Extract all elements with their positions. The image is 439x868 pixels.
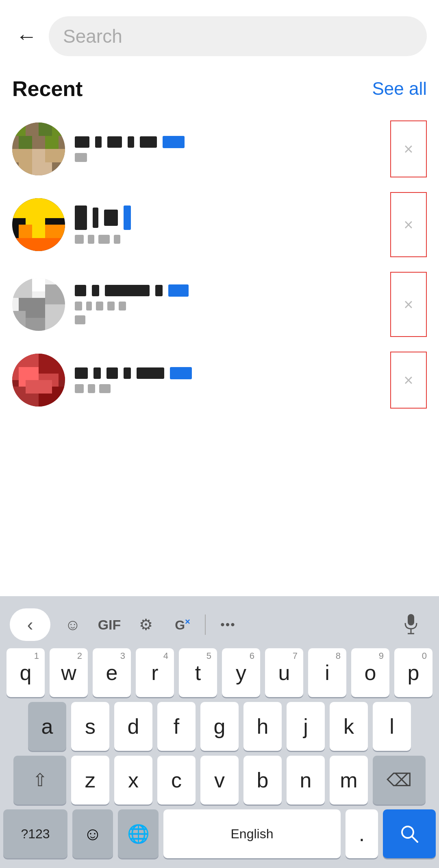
redacted-gray [96,302,103,310]
close-column-3: × [390,272,427,337]
key-label: m [340,770,357,791]
keyboard-back-button[interactable]: ‹ [10,608,50,641]
contact-row[interactable]: × [12,185,427,265]
key-s[interactable]: s [71,702,109,751]
contact-row[interactable]: × [12,265,427,344]
key-label: k [343,716,354,737]
key-label: t [195,662,201,683]
close-icon[interactable]: × [404,216,413,234]
emoji-icon: ☺ [84,824,102,844]
contact-row[interactable]: × [12,113,427,185]
num-label: ?123 [21,827,50,840]
keyboard-bottom-row: ?123 ☺ 🌐 English . [0,809,439,868]
emoji-toolbar-button[interactable]: ☺ [54,608,91,641]
delete-key[interactable]: ⌫ [373,756,426,805]
key-r[interactable]: 4 r [136,648,174,697]
shift-key[interactable]: ⇧ [13,756,66,805]
redacted-blue-text [170,367,192,379]
key-q[interactable]: 1 q [7,648,45,697]
contact-name-row [75,284,380,297]
key-n[interactable]: n [287,756,325,805]
key-label: e [106,662,118,683]
key-i[interactable]: 8 i [308,648,346,697]
key-f[interactable]: f [157,702,196,751]
redacted-text [93,367,101,379]
close-icon[interactable]: × [404,295,413,314]
key-label: s [85,716,96,737]
translate-toolbar-button[interactable]: G× [164,608,201,641]
svg-rect-10 [45,149,65,162]
settings-toolbar-button[interactable]: ⚙ [128,608,164,641]
translate-icon: G× [175,617,190,633]
svg-rect-4 [52,122,65,136]
avatar [12,278,65,331]
key-x[interactable]: x [114,756,152,805]
gif-toolbar-button[interactable]: GIF [91,608,128,641]
key-number: 5 [206,652,211,660]
svg-rect-11 [19,162,32,176]
key-y[interactable]: 6 y [222,648,260,697]
more-toolbar-button[interactable]: ••• [210,608,246,641]
contact-row[interactable]: × [12,344,427,416]
avatar [12,122,65,175]
redacted-gray [114,235,120,244]
key-label: w [61,662,76,683]
key-a[interactable]: a [28,702,66,751]
svg-rect-16 [12,198,19,205]
key-o[interactable]: 9 o [351,648,389,697]
period-key[interactable]: . [346,809,378,858]
redacted-gray [119,302,126,310]
close-icon[interactable]: × [404,140,413,158]
key-t[interactable]: 5 t [179,648,217,697]
contact-subtext [75,153,380,162]
key-label: a [41,716,53,737]
key-w[interactable]: 2 w [50,648,88,697]
redacted-blue-text [124,206,131,230]
keyboard-toolbar: ‹ ☺ GIF ⚙ G× ••• [0,604,439,648]
search-enter-icon [399,823,420,844]
key-e[interactable]: 3 e [93,648,131,697]
key-label: h [257,716,269,737]
redacted-gray [75,384,84,393]
key-p[interactable]: 0 p [394,648,432,697]
close-icon[interactable]: × [404,371,413,389]
svg-rect-9 [32,149,46,162]
key-label: c [171,770,182,791]
contact-name-row [75,136,380,148]
key-z[interactable]: z [71,756,109,805]
num-key[interactable]: ?123 [3,809,67,858]
key-c[interactable]: c [157,756,196,805]
key-label: l [389,716,394,737]
contact-info [75,367,380,393]
search-enter-key[interactable] [383,809,436,858]
space-key[interactable]: English [163,809,341,858]
key-label: d [128,716,139,737]
redacted-gray [75,153,87,162]
close-column-2: × [390,192,427,257]
key-number: 9 [379,652,384,660]
key-h[interactable]: h [243,702,282,751]
redacted-blue-text [168,284,189,297]
key-b[interactable]: b [243,756,282,805]
key-m[interactable]: m [330,756,368,805]
key-label: f [174,716,179,737]
key-u[interactable]: 7 u [265,648,303,697]
key-label: j [303,716,308,737]
globe-key[interactable]: 🌐 [118,809,159,858]
svg-rect-23 [12,238,65,251]
key-d[interactable]: d [114,702,152,751]
redacted-text [128,136,134,148]
redacted-gray [98,235,110,244]
key-v[interactable]: v [200,756,239,805]
key-g[interactable]: g [200,702,239,751]
see-all-button[interactable]: See all [372,79,427,99]
emoji-key[interactable]: ☺ [72,809,113,858]
redacted-text [155,285,163,296]
mic-toolbar-button[interactable] [393,608,429,641]
key-k[interactable]: k [330,702,368,751]
key-l[interactable]: l [373,702,411,751]
shift-icon: ⇧ [33,771,48,789]
back-button[interactable]: ← [12,22,41,50]
search-bar[interactable]: Search [49,16,427,56]
key-j[interactable]: j [287,702,325,751]
